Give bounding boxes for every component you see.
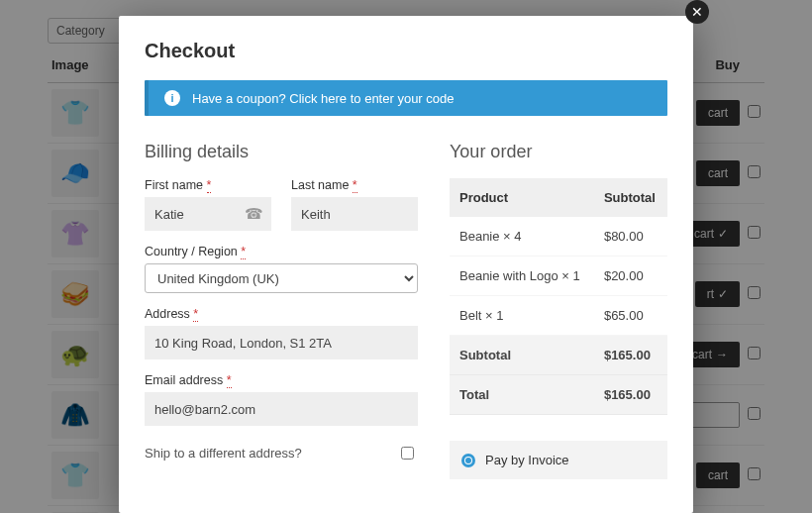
billing-heading: Billing details bbox=[145, 142, 418, 162]
order-subtotal: $80.00 bbox=[594, 217, 667, 256]
address-input[interactable] bbox=[145, 326, 418, 359]
contact-card-icon: ☎ bbox=[245, 205, 263, 223]
order-product: Beanie with Logo × 1 bbox=[450, 256, 594, 296]
order-row: Belt × 1 $65.00 bbox=[450, 296, 667, 336]
required-marker: * bbox=[227, 373, 232, 388]
country-label: Country / Region * bbox=[145, 245, 418, 258]
order-col-subtotal: Subtotal bbox=[594, 178, 667, 217]
payment-option[interactable]: Pay by Invoice bbox=[450, 441, 667, 479]
order-product: Beanie × 4 bbox=[450, 217, 594, 256]
subtotal-value: $165.00 bbox=[594, 336, 667, 375]
order-subtotal: $65.00 bbox=[594, 296, 667, 336]
required-marker: * bbox=[193, 307, 198, 322]
billing-section: Billing details First name * ☎ Last name bbox=[145, 142, 418, 479]
order-subtotal-row: Subtotal $165.00 bbox=[450, 336, 667, 375]
order-total-row: Total $165.00 bbox=[450, 375, 667, 415]
ship-different-checkbox[interactable] bbox=[401, 447, 414, 460]
country-select[interactable]: United Kingdom (UK) bbox=[145, 263, 418, 293]
order-row: Beanie with Logo × 1 $20.00 bbox=[450, 256, 667, 296]
checkout-modal: Checkout i Have a coupon? Click here to … bbox=[119, 16, 693, 513]
order-section: Your order Product Subtotal Beanie × 4 $… bbox=[450, 142, 667, 479]
email-input[interactable] bbox=[145, 392, 418, 426]
close-button[interactable]: ✕ bbox=[685, 0, 709, 24]
first-name-label: First name * bbox=[145, 178, 271, 192]
ship-different-label: Ship to a different address? bbox=[145, 446, 302, 461]
last-name-label: Last name * bbox=[291, 178, 418, 192]
order-heading: Your order bbox=[450, 142, 667, 162]
coupon-notice[interactable]: i Have a coupon? Click here to enter you… bbox=[145, 80, 667, 116]
order-row: Beanie × 4 $80.00 bbox=[450, 217, 667, 256]
coupon-text: Have a coupon? Click here to enter your … bbox=[192, 91, 455, 106]
total-label: Total bbox=[450, 375, 594, 415]
modal-title: Checkout bbox=[145, 40, 667, 62]
order-table: Product Subtotal Beanie × 4 $80.00 Beani… bbox=[450, 178, 667, 415]
address-label: Address * bbox=[145, 307, 418, 321]
subtotal-label: Subtotal bbox=[450, 336, 594, 375]
required-marker: * bbox=[241, 245, 246, 259]
info-icon: i bbox=[164, 90, 180, 106]
required-marker: * bbox=[353, 178, 357, 193]
total-value: $165.00 bbox=[594, 375, 667, 415]
close-icon: ✕ bbox=[691, 4, 703, 20]
order-subtotal: $20.00 bbox=[594, 256, 667, 296]
required-marker: * bbox=[207, 178, 212, 193]
order-col-product: Product bbox=[450, 178, 594, 217]
radio-checked-icon bbox=[461, 454, 475, 467]
last-name-input[interactable] bbox=[291, 197, 418, 231]
email-label: Email address * bbox=[145, 373, 418, 387]
order-product: Belt × 1 bbox=[450, 296, 594, 336]
payment-option-label: Pay by Invoice bbox=[485, 453, 569, 467]
